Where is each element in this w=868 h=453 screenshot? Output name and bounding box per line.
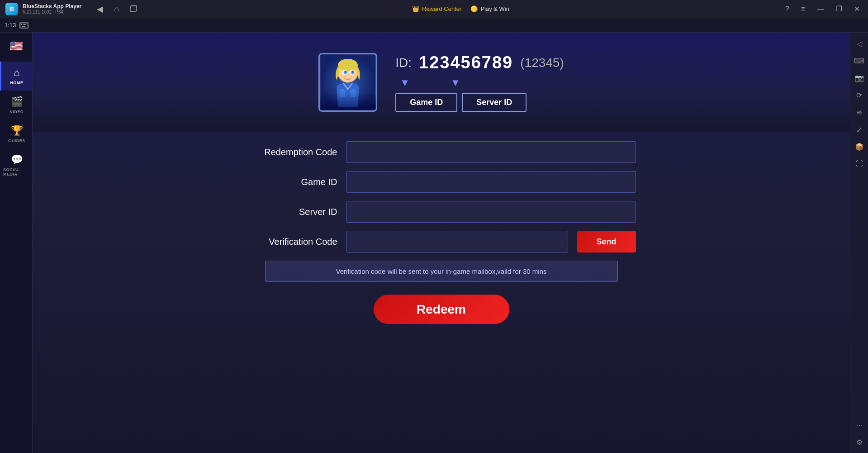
sidebar-item-social[interactable]: 💬 SOCIAL MEDIA bbox=[0, 148, 32, 182]
redemption-code-row: Redemption Code bbox=[247, 141, 636, 163]
avatar-overlay bbox=[320, 92, 376, 110]
svg-rect-5 bbox=[22, 26, 25, 27]
flag-emoji: 🇺🇸 bbox=[9, 40, 23, 52]
trophy-icon: 🏆 bbox=[11, 125, 23, 137]
coin-icon: 🟡 bbox=[470, 5, 478, 12]
question-button[interactable]: ? bbox=[783, 4, 792, 14]
reward-center-label: Reward Center bbox=[422, 5, 461, 12]
rs-resize-button[interactable]: ⤢ bbox=[852, 122, 867, 137]
server-id-input[interactable] bbox=[346, 201, 636, 223]
svg-rect-0 bbox=[20, 23, 28, 28]
rs-shake-button[interactable]: ≋ bbox=[852, 105, 867, 119]
verification-code-input[interactable] bbox=[346, 231, 568, 253]
server-id-label: Server ID bbox=[247, 207, 337, 217]
video-label: VIDEO bbox=[10, 110, 24, 114]
rs-keyboard-button[interactable]: ⌨ bbox=[852, 53, 867, 68]
sidebar-item-video[interactable]: 🎬 VIDEO bbox=[0, 91, 32, 119]
title-bar-nav: ◀ ⌂ ❐ bbox=[95, 2, 139, 16]
svg-rect-1 bbox=[21, 24, 22, 25]
server-id-button[interactable]: Server ID bbox=[462, 93, 526, 112]
social-icon: 💬 bbox=[11, 154, 23, 166]
title-bar-left: B BlueStacks App Player 5.21.111.1002 · … bbox=[5, 2, 139, 16]
info-box: Verification code will be sent to your i… bbox=[265, 261, 618, 282]
video-icon: 🎬 bbox=[11, 96, 23, 108]
game-id-button[interactable]: Game ID bbox=[395, 93, 457, 112]
play-win[interactable]: 🟡 Play & Win bbox=[470, 5, 509, 12]
social-label: SOCIAL MEDIA bbox=[3, 167, 30, 176]
time-display: 1:13 bbox=[5, 22, 16, 29]
avatar-frame bbox=[318, 53, 377, 112]
layers-button[interactable]: ❐ bbox=[128, 2, 139, 16]
svg-rect-4 bbox=[25, 24, 26, 25]
character-avatar bbox=[318, 53, 377, 112]
title-bar-right: ? ≡ — ❐ ✕ bbox=[783, 4, 863, 14]
send-button[interactable]: Send bbox=[577, 231, 636, 253]
hamburger-button[interactable]: ≡ bbox=[798, 4, 808, 14]
rs-settings-button[interactable]: ⚙ bbox=[852, 435, 867, 449]
svg-point-13 bbox=[345, 72, 346, 73]
app-title-text: BlueStacks App Player 5.21.111.1002 · P6… bbox=[23, 3, 81, 14]
time-bar: 1:13 bbox=[0, 18, 868, 33]
minimize-button[interactable]: — bbox=[814, 4, 827, 14]
rs-more-button[interactable]: ⋯ bbox=[852, 418, 867, 432]
game-area: ID: 123456789 (12345) ▼ ▼ Game ID Server… bbox=[33, 33, 850, 453]
sidebar: 🇺🇸 ⌂ HOME 🎬 VIDEO 🏆 GUIDES 💬 SOCIAL MEDI… bbox=[0, 33, 33, 453]
home-icon: ⌂ bbox=[14, 67, 19, 79]
game-id-input[interactable] bbox=[346, 171, 636, 193]
play-win-label: Play & Win bbox=[480, 5, 509, 12]
home-nav-button[interactable]: ⌂ bbox=[112, 2, 121, 15]
sidebar-item-guides[interactable]: 🏆 GUIDES bbox=[0, 119, 32, 148]
game-id-row: Game ID bbox=[247, 171, 636, 193]
app-version: 5.21.111.1002 · P64 bbox=[23, 10, 81, 14]
svg-rect-2 bbox=[23, 24, 24, 25]
redemption-code-input[interactable] bbox=[346, 141, 636, 163]
server-id-arrow: ▼ bbox=[451, 77, 460, 89]
redemption-code-label: Redemption Code bbox=[247, 147, 337, 157]
close-button[interactable]: ✕ bbox=[851, 4, 863, 14]
player-id-label: ID: bbox=[395, 56, 412, 70]
redeem-button[interactable]: Redeem bbox=[374, 295, 509, 324]
svg-point-8 bbox=[338, 59, 358, 72]
player-server: (12345) bbox=[520, 56, 564, 70]
game-id-label: Game ID bbox=[247, 177, 337, 187]
maximize-button[interactable]: ❐ bbox=[833, 4, 845, 14]
svg-point-14 bbox=[352, 72, 354, 73]
id-arrows: ▼ ▼ bbox=[395, 77, 564, 89]
right-sidebar: ◁ ⌨ 📷 ⟳ ≋ ⤢ 📦 ⛶ ⋯ ⚙ bbox=[850, 33, 868, 453]
player-id-row: ID: 123456789 (12345) bbox=[395, 53, 564, 72]
app-name: BlueStacks App Player bbox=[23, 3, 81, 10]
main-area: 🇺🇸 ⌂ HOME 🎬 VIDEO 🏆 GUIDES 💬 SOCIAL MEDI… bbox=[0, 33, 868, 453]
verification-code-label: Verification Code bbox=[247, 237, 337, 247]
flag-icon[interactable]: 🇺🇸 bbox=[7, 37, 25, 55]
guides-label: GUIDES bbox=[8, 138, 25, 143]
server-id-row: Server ID bbox=[247, 201, 636, 223]
game-header: ID: 123456789 (12345) ▼ ▼ Game ID Server… bbox=[33, 33, 850, 132]
rs-expand-left-button[interactable]: ◁ bbox=[852, 36, 867, 51]
rs-apk-button[interactable]: 📦 bbox=[852, 139, 867, 154]
home-label: HOME bbox=[10, 81, 24, 85]
rs-rotate-button[interactable]: ⟳ bbox=[852, 88, 867, 102]
player-id-number: 123456789 bbox=[419, 53, 513, 72]
form-area: Redemption Code Game ID Server ID Verifi… bbox=[33, 132, 850, 453]
svg-rect-3 bbox=[24, 24, 25, 25]
keyboard-icon bbox=[19, 22, 28, 29]
rs-fullscreen-button[interactable]: ⛶ bbox=[852, 157, 867, 171]
bluestacks-logo: B bbox=[5, 3, 18, 15]
player-info: ID: 123456789 (12345) ▼ ▼ Game ID Server… bbox=[395, 53, 564, 112]
back-button[interactable]: ◀ bbox=[95, 2, 105, 16]
game-id-arrow: ▼ bbox=[400, 77, 410, 89]
verification-code-row: Verification Code Send bbox=[247, 231, 636, 253]
rs-screenshot-button[interactable]: 📷 bbox=[852, 71, 867, 85]
crown-icon: 👑 bbox=[412, 5, 419, 12]
sidebar-item-home[interactable]: ⌂ HOME bbox=[0, 62, 32, 91]
reward-center[interactable]: 👑 Reward Center bbox=[412, 5, 461, 12]
title-bar-center: 👑 Reward Center 🟡 Play & Win bbox=[139, 5, 783, 12]
title-bar: B BlueStacks App Player 5.21.111.1002 · … bbox=[0, 0, 868, 18]
id-buttons: Game ID Server ID bbox=[395, 93, 564, 112]
